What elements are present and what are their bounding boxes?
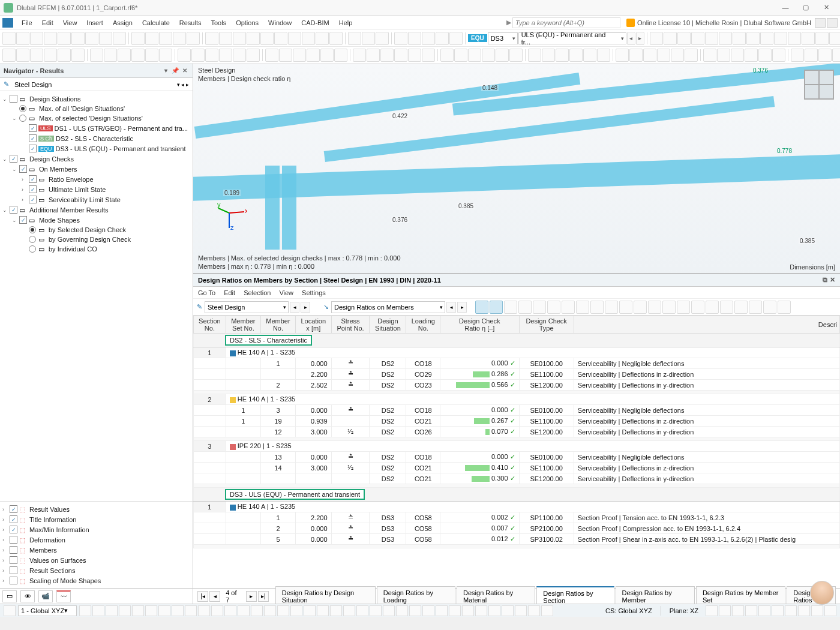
menu-results[interactable]: Results	[175, 17, 206, 28]
results-tool-icon[interactable]	[504, 301, 517, 314]
results-tool-icon[interactable]	[662, 301, 676, 314]
statusbar-icon[interactable]	[132, 605, 144, 616]
results-menu-view[interactable]: View	[279, 289, 293, 296]
col-header[interactable]: Design CheckType	[519, 316, 574, 334]
col-header[interactable]: StressPoint No.	[331, 316, 370, 334]
toolbar-button[interactable]	[2, 49, 16, 62]
table-row[interactable]: 130.000≛DS2CO180.000✓SE0100.00Serviceabi…	[194, 452, 840, 463]
statusbar-icon[interactable]	[172, 605, 184, 616]
toolbar-button[interactable]	[774, 32, 787, 45]
toolbar-button[interactable]	[832, 49, 840, 62]
statusbar-icon[interactable]	[528, 605, 540, 616]
statusbar-icon[interactable]	[119, 605, 131, 616]
pager-first[interactable]: |◂	[197, 591, 208, 602]
menu-edit[interactable]: Edit	[37, 17, 58, 28]
toolbar-button[interactable]	[58, 49, 71, 62]
toolbar-button[interactable]	[288, 32, 301, 45]
statusbar-icon[interactable]	[449, 605, 461, 616]
statusbar-icon[interactable]	[745, 605, 757, 616]
toolbar-button[interactable]	[772, 49, 785, 62]
toolbar-button[interactable]	[788, 32, 801, 45]
statusbar-icon[interactable]	[436, 605, 448, 616]
results-tool-icon[interactable]	[634, 301, 647, 314]
statusbar-icon[interactable]	[290, 605, 302, 616]
tree-item[interactable]: ›▭Serviceability Limit State	[0, 194, 193, 205]
toolbar-button[interactable]	[247, 32, 260, 45]
results-tool-icon[interactable]	[619, 301, 632, 314]
toolbar-button[interactable]	[44, 32, 57, 45]
results-tab[interactable]: Design Ratios by Member Set	[696, 586, 785, 604]
statusbar-icon[interactable]	[515, 605, 527, 616]
results-restore-icon[interactable]: ⧉	[823, 276, 827, 284]
menu-file[interactable]: File	[17, 17, 37, 28]
statusbar-icon[interactable]	[145, 605, 157, 616]
statusbar-icon[interactable]	[732, 605, 744, 616]
toolbar-button[interactable]	[16, 49, 29, 62]
toolbar-button[interactable]	[159, 49, 172, 62]
statusbar-icon[interactable]	[92, 605, 104, 616]
toolbar-button[interactable]	[380, 49, 394, 62]
toolbar-button[interactable]	[302, 32, 315, 45]
pager-last[interactable]: ▸|	[258, 591, 269, 602]
toolbar-button[interactable]	[260, 32, 274, 45]
tree-item[interactable]: ⌄▭Mode Shapes	[0, 215, 193, 225]
nav-data-icon[interactable]: ▭	[2, 590, 17, 602]
statusbar-icon[interactable]	[106, 605, 118, 616]
lc-prev[interactable]: ◂	[627, 32, 635, 45]
tree-item[interactable]: ›▭Ultimate Limit State	[0, 184, 193, 194]
toolbar-button[interactable]	[145, 49, 158, 62]
nav-option[interactable]: ›⬚Deformation	[0, 535, 193, 545]
toolbar-button[interactable]	[408, 49, 421, 62]
navigator-combo[interactable]: ✎Steel Design ▾ ◂ ▸	[0, 78, 193, 91]
toolbar-button[interactable]	[705, 32, 718, 45]
results-tab[interactable]: Design Ratios by Section	[536, 586, 614, 604]
toolbar-button[interactable]	[367, 49, 380, 62]
toolbar-button[interactable]	[362, 32, 375, 45]
results-table-wrap[interactable]: SectionNo.MemberSet No.MemberNo.Location…	[193, 316, 840, 588]
statusbar-icon[interactable]	[251, 605, 263, 616]
toolbar-button[interactable]	[616, 49, 629, 62]
table-row[interactable]: DS2CO21 0.300✓SE1200.00Serviceability | …	[194, 473, 840, 484]
results-tool-icon[interactable]	[590, 301, 604, 314]
menu-calculate[interactable]: Calculate	[137, 17, 175, 28]
tree-item[interactable]: ⌄▭Design Checks	[0, 154, 193, 164]
toolbar-button[interactable]	[440, 49, 454, 62]
menu-help[interactable]: Help	[334, 17, 358, 28]
toolbar-button[interactable]	[703, 49, 716, 62]
file-icon[interactable]	[2, 18, 13, 28]
col-header[interactable]: LoadingNo.	[406, 316, 440, 334]
results-next-module[interactable]: ▸	[301, 302, 310, 313]
toolbar-button[interactable]	[205, 32, 218, 45]
table-row[interactable]: 22.502≛DS2CO23 0.566✓SE1200.00Serviceabi…	[194, 380, 840, 391]
toolbar-button[interactable]	[71, 32, 85, 45]
toolbar-button[interactable]	[247, 49, 260, 62]
toolbar-button[interactable]	[274, 32, 287, 45]
statusbar-icon[interactable]	[475, 605, 487, 616]
loadcase-combo[interactable]: ULS (EQU) - Permanent and tr...	[518, 32, 626, 44]
toolbar-button[interactable]	[408, 32, 421, 45]
col-header[interactable]: Locationx [m]	[296, 316, 332, 334]
results-tab[interactable]: Design Ratios by Loading	[377, 586, 455, 604]
statusbar-icon[interactable]	[238, 605, 250, 616]
statusbar-icon[interactable]	[343, 605, 355, 616]
results-menu-selection[interactable]: Selection	[244, 289, 271, 296]
toolbar-button[interactable]	[791, 49, 804, 62]
toolbar-button[interactable]	[99, 32, 112, 45]
tool-icon[interactable]	[490, 301, 503, 314]
statusbar-icon[interactable]	[719, 605, 731, 616]
toolbar-button[interactable]	[482, 49, 495, 62]
results-type-combo[interactable]: Design Ratios on Members	[331, 301, 445, 313]
toolbar-button[interactable]	[556, 49, 569, 62]
results-tool-icon[interactable]	[749, 301, 762, 314]
menu-cad-bim[interactable]: CAD-BIM	[296, 17, 334, 28]
tree-item[interactable]: EQUDS3 - ULS (EQU) - Permanent and trans…	[0, 143, 193, 154]
toolbar-button[interactable]	[353, 49, 366, 62]
toolbar-button[interactable]	[597, 49, 610, 62]
toolbar-button[interactable]	[719, 32, 732, 45]
toolbar-button[interactable]	[528, 49, 541, 62]
lc-next[interactable]: ▸	[636, 32, 644, 45]
toolbar-button[interactable]	[691, 32, 704, 45]
col-header[interactable]: SectionNo.	[194, 316, 226, 334]
nav-menu-icon[interactable]: ▾	[161, 67, 170, 75]
nav-option[interactable]: ›⬚Members	[0, 545, 193, 555]
